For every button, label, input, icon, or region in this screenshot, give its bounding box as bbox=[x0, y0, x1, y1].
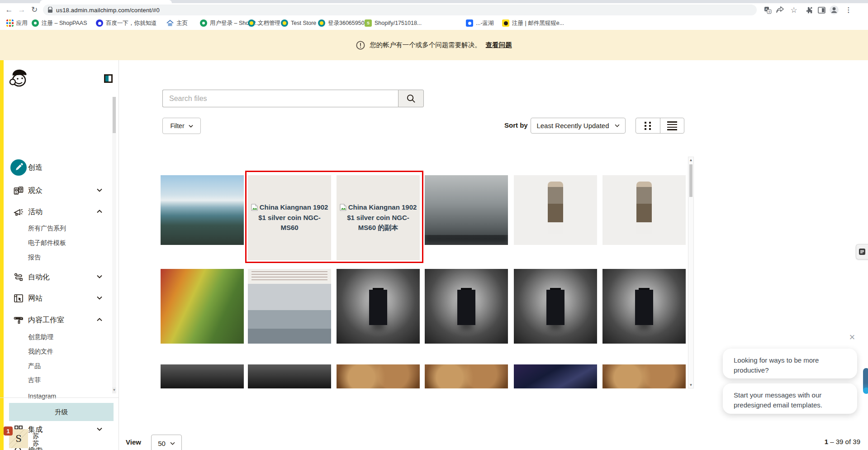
url-bar[interactable]: us18.admin.mailchimp.com/content/#0 bbox=[43, 5, 757, 15]
sidebar-subitem-email-templates[interactable]: 电子邮件模板 bbox=[28, 238, 66, 248]
bookmark-item[interactable]: SShopify/1751018... bbox=[365, 19, 422, 27]
banner-link[interactable]: 查看问题 bbox=[486, 41, 512, 49]
grid-scrollbar[interactable]: ▲ ▼ bbox=[688, 157, 694, 388]
file-tile[interactable] bbox=[425, 364, 508, 388]
file-tile[interactable] bbox=[514, 364, 597, 388]
browser-menu-icon[interactable]: ⋮ bbox=[843, 5, 854, 15]
image-thumbnail[interactable] bbox=[514, 175, 597, 245]
file-tile-broken[interactable]: China Kiangnan 1902 $1 silver coin NGC-M… bbox=[248, 175, 331, 260]
bookmark-item[interactable]: 注册 – ShopPAAS bbox=[32, 19, 87, 27]
bookmark-item[interactable]: ...-蓝湖 bbox=[466, 19, 494, 27]
scroll-down-arrow[interactable]: ▼ bbox=[688, 383, 693, 387]
chat-bubble[interactable]: Looking for ways to be more productive? bbox=[723, 349, 857, 378]
extension-side-handle[interactable] bbox=[856, 244, 868, 259]
image-thumbnail[interactable] bbox=[161, 269, 244, 344]
bookmark-item[interactable]: 主页 bbox=[166, 19, 188, 27]
sidebar-subitem-instagram[interactable]: Instagram bbox=[28, 391, 56, 401]
list-view-button[interactable] bbox=[660, 118, 684, 133]
sidebar-scrollbar-thumb[interactable] bbox=[113, 97, 116, 133]
active-tab[interactable] bbox=[40, 0, 172, 3]
file-tile[interactable] bbox=[602, 364, 686, 388]
bookmark-star-icon[interactable]: ☆ bbox=[788, 5, 799, 15]
search-button[interactable] bbox=[398, 90, 424, 107]
file-tile[interactable] bbox=[161, 175, 244, 264]
file-tile-broken[interactable]: China Kiangnan 1902 $1 silver coin NGC-M… bbox=[337, 175, 420, 260]
page-size-dropdown[interactable]: 50 bbox=[151, 435, 182, 450]
reload-icon[interactable]: ↻ bbox=[28, 5, 41, 15]
image-thumbnail[interactable] bbox=[602, 269, 686, 344]
image-thumbnail[interactable] bbox=[425, 175, 508, 245]
sidebar-item-automations[interactable]: 自动化 bbox=[0, 271, 112, 283]
bookmark-item[interactable]: 登录360659501 bbox=[318, 19, 368, 27]
file-tile[interactable] bbox=[602, 175, 686, 264]
bookmark-item[interactable]: 文档管理 bbox=[248, 19, 280, 27]
file-tile[interactable] bbox=[248, 364, 331, 388]
sort-dropdown[interactable]: Least Recently Updated bbox=[531, 118, 626, 134]
filter-button[interactable]: Filter bbox=[162, 118, 201, 134]
back-icon[interactable]: ← bbox=[3, 5, 15, 15]
file-tile[interactable] bbox=[514, 269, 597, 359]
sidebar-collapse-toggle[interactable] bbox=[104, 74, 113, 83]
bookmark-item[interactable]: Test Store bbox=[281, 19, 316, 27]
sidebar-subitem-reports[interactable]: 报告 bbox=[28, 253, 41, 263]
sidebar-subitem-my-files[interactable]: 我的文件 bbox=[28, 347, 53, 357]
file-tile[interactable] bbox=[425, 269, 508, 359]
file-tile[interactable] bbox=[337, 364, 420, 388]
side-panel-icon[interactable] bbox=[816, 5, 827, 15]
sidebar-subitem-giphy[interactable]: 吉菲 bbox=[28, 375, 41, 385]
file-tile[interactable] bbox=[337, 269, 420, 359]
mailchimp-logo[interactable] bbox=[9, 68, 28, 91]
image-thumbnail[interactable] bbox=[161, 364, 244, 388]
sidebar-item-audience[interactable]: 观众 bbox=[0, 185, 112, 196]
messenger-launcher[interactable] bbox=[863, 368, 868, 393]
image-thumbnail[interactable] bbox=[602, 364, 686, 388]
search-input[interactable] bbox=[162, 90, 398, 107]
image-thumbnail[interactable] bbox=[425, 364, 508, 388]
file-tile[interactable] bbox=[248, 269, 331, 359]
grid-view-icon bbox=[644, 121, 651, 130]
image-thumbnail[interactable] bbox=[337, 364, 420, 388]
translate-icon[interactable]: A文 bbox=[762, 5, 773, 15]
image-thumbnail[interactable] bbox=[425, 269, 508, 344]
image-thumbnail[interactable] bbox=[514, 364, 597, 388]
image-thumbnail[interactable] bbox=[161, 175, 244, 245]
home-favicon bbox=[166, 19, 174, 27]
screen: ← → ↻ us18.admin.mailchimp.com/content/#… bbox=[0, 0, 868, 450]
grid-view-button[interactable] bbox=[636, 118, 660, 133]
sidebar-subitem-all-campaigns[interactable]: 所有广告系列 bbox=[28, 224, 66, 234]
profile-avatar-icon[interactable] bbox=[829, 5, 840, 15]
upgrade-button[interactable]: 升级 bbox=[9, 403, 114, 421]
file-tile[interactable] bbox=[161, 269, 244, 359]
bookmark-apps[interactable]: 应用 bbox=[6, 19, 28, 27]
scroll-up-arrow[interactable]: ▲ bbox=[688, 158, 693, 162]
sidebar-item-create[interactable]: 创造 bbox=[0, 159, 112, 176]
sidebar-subitem-creative-assistant[interactable]: 创意助理 bbox=[28, 332, 53, 342]
sidebar-scrollbar[interactable]: ▼ bbox=[112, 97, 116, 393]
sidebar-item-campaigns[interactable]: 活动 bbox=[0, 206, 112, 218]
image-thumbnail[interactable] bbox=[248, 269, 331, 344]
sidebar-scroll-down-arrow[interactable]: ▼ bbox=[112, 387, 116, 393]
file-tile[interactable] bbox=[602, 269, 686, 359]
chat-close-icon[interactable]: × bbox=[847, 332, 858, 343]
username[interactable]: 苏苏 bbox=[33, 432, 41, 447]
view-mode-toggle bbox=[636, 118, 684, 134]
file-tile[interactable] bbox=[161, 364, 244, 388]
image-thumbnail[interactable] bbox=[602, 175, 686, 245]
bookmark-item[interactable]: 注册 | 邮件黑猩猩e... bbox=[502, 19, 564, 27]
chat-bubble[interactable]: Start your messages with our predesigned… bbox=[723, 383, 857, 414]
image-thumbnail[interactable] bbox=[337, 269, 420, 344]
extensions-puzzle-icon[interactable] bbox=[803, 5, 814, 15]
share-icon[interactable] bbox=[775, 5, 786, 15]
list-view-icon bbox=[667, 121, 677, 130]
account-warning-banner: 您的帐户有一个或多个问题需要解决。 查看问题 bbox=[0, 30, 868, 60]
sidebar-item-website[interactable]: 网站 bbox=[0, 292, 112, 304]
grid-scrollbar-thumb[interactable] bbox=[689, 164, 693, 197]
image-thumbnail[interactable] bbox=[514, 269, 597, 344]
file-tile[interactable] bbox=[514, 175, 597, 264]
file-tile[interactable] bbox=[425, 175, 508, 264]
forward-icon[interactable]: → bbox=[15, 5, 28, 15]
bookmark-item[interactable]: 百度一下，你就知道 bbox=[96, 19, 157, 27]
sidebar-subitem-products[interactable]: 产品 bbox=[28, 361, 41, 371]
sidebar-item-content-studio[interactable]: 内容工作室 bbox=[0, 314, 112, 326]
image-thumbnail[interactable] bbox=[248, 364, 331, 388]
